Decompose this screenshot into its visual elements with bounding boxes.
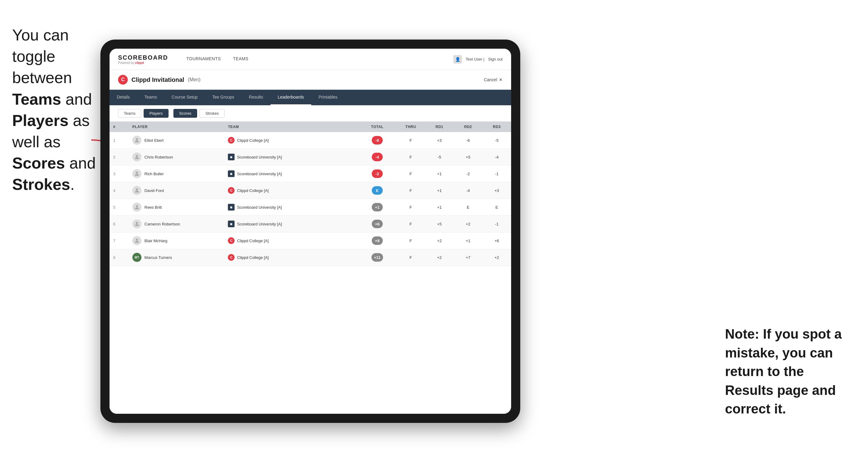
cell-total: -4 bbox=[358, 149, 396, 165]
cell-rd1: -5 bbox=[425, 149, 454, 165]
cell-rd1: +1 bbox=[425, 165, 454, 182]
svg-point-2 bbox=[136, 155, 138, 157]
cell-rd3: +3 bbox=[483, 182, 511, 199]
svg-point-7 bbox=[136, 239, 138, 241]
player-name: Cameron Robertson bbox=[145, 222, 180, 226]
cell-player: David Ford bbox=[129, 182, 224, 199]
team-name: Clippd College [A] bbox=[237, 255, 269, 260]
tab-details[interactable]: Details bbox=[110, 90, 137, 105]
cell-rd3: +2 bbox=[483, 249, 511, 266]
team-name: Clippd College [A] bbox=[237, 188, 269, 193]
player-name: Chris Robertson bbox=[145, 155, 173, 159]
col-player: PLAYER bbox=[129, 122, 224, 132]
cell-team: ▦Scoreboard University [A] bbox=[224, 199, 358, 216]
logo-area: SCOREBOARD Powered by clippd bbox=[118, 54, 168, 64]
cell-rd3: E bbox=[483, 199, 511, 216]
player-name: Rich Butler bbox=[145, 172, 164, 176]
cell-rd2: -2 bbox=[454, 165, 482, 182]
cell-player: Cameron Robertson bbox=[129, 216, 224, 232]
player-name: David Ford bbox=[145, 188, 164, 193]
sign-out-link[interactable]: Sign out bbox=[488, 57, 503, 61]
tab-tee-groups[interactable]: Tee Groups bbox=[205, 90, 242, 105]
table-row: 8MTMarcus TurnersCClippd College [A]+11F… bbox=[110, 249, 511, 266]
player-name: Marcus Turners bbox=[145, 255, 172, 260]
cell-team: ▦Scoreboard University [A] bbox=[224, 165, 358, 182]
tab-leaderboards[interactable]: Leaderboards bbox=[271, 90, 311, 105]
cell-rd2: +5 bbox=[454, 149, 482, 165]
nav-teams[interactable]: TEAMS bbox=[227, 49, 255, 70]
cell-total: -2 bbox=[358, 165, 396, 182]
cell-rd3: -5 bbox=[483, 132, 511, 149]
cell-rank: 4 bbox=[110, 182, 129, 199]
cell-rank: 5 bbox=[110, 199, 129, 216]
user-name: Test User | bbox=[465, 57, 484, 61]
cell-total: E bbox=[358, 182, 396, 199]
col-rd2: RD2 bbox=[454, 122, 482, 132]
tournament-header: C Clippd Invitational (Men) Cancel ✕ bbox=[110, 70, 511, 90]
cell-rank: 8 bbox=[110, 249, 129, 266]
team-name: Scoreboard University [A] bbox=[237, 222, 282, 226]
logo-text: SCOREBOARD bbox=[118, 54, 168, 61]
player-name: Elliot Ebert bbox=[145, 138, 164, 143]
cell-rd2: +1 bbox=[454, 232, 482, 249]
cell-rank: 3 bbox=[110, 165, 129, 182]
col-thru: THRU bbox=[396, 122, 425, 132]
cell-player: Rich Butler bbox=[129, 165, 224, 182]
cell-total: -8 bbox=[358, 132, 396, 149]
leaderboard-data-table: # PLAYER TEAM TOTAL THRU RD1 RD2 RD3 1El… bbox=[110, 122, 511, 266]
table-body: 1Elliot EbertCClippd College [A]-8F+3-6-… bbox=[110, 132, 511, 266]
cell-rd1: +2 bbox=[425, 249, 454, 266]
toggle-scores[interactable]: Scores bbox=[174, 109, 197, 118]
cell-team: ▦Scoreboard University [A] bbox=[224, 216, 358, 232]
team-name: Scoreboard University [A] bbox=[237, 172, 282, 176]
toggle-teams[interactable]: Teams bbox=[118, 109, 141, 118]
col-rank: # bbox=[110, 122, 129, 132]
cell-thru: F bbox=[396, 232, 425, 249]
col-total: TOTAL bbox=[358, 122, 396, 132]
cell-rd1: +5 bbox=[425, 216, 454, 232]
cell-total: +8 bbox=[358, 232, 396, 249]
cell-thru: F bbox=[396, 249, 425, 266]
tablet-screen: SCOREBOARD Powered by clippd TOURNAMENTS… bbox=[110, 49, 511, 414]
sub-navigation: Details Teams Course Setup Tee Groups Re… bbox=[110, 90, 511, 105]
user-area: 👤 Test User | Sign out bbox=[453, 55, 503, 64]
cell-team: CClippd College [A] bbox=[224, 132, 358, 149]
cell-rd2: +7 bbox=[454, 249, 482, 266]
cancel-button[interactable]: Cancel ✕ bbox=[484, 77, 503, 82]
svg-point-5 bbox=[136, 205, 138, 207]
toggle-strokes[interactable]: Strokes bbox=[199, 109, 224, 118]
table-row: 3Rich Butler▦Scoreboard University [A]-2… bbox=[110, 165, 511, 182]
cell-rd1: +1 bbox=[425, 199, 454, 216]
main-nav: TOURNAMENTS TEAMS bbox=[180, 49, 453, 70]
cell-total: +1 bbox=[358, 199, 396, 216]
cell-rank: 7 bbox=[110, 232, 129, 249]
table-row: 2Chris Robertson▦Scoreboard University [… bbox=[110, 149, 511, 165]
tab-teams[interactable]: Teams bbox=[137, 90, 164, 105]
cell-rd1: +3 bbox=[425, 132, 454, 149]
cell-rd2: +2 bbox=[454, 216, 482, 232]
cell-player: Blair McHarg bbox=[129, 232, 224, 249]
cell-rd2: E bbox=[454, 199, 482, 216]
cell-team: CClippd College [A] bbox=[224, 249, 358, 266]
toggle-players[interactable]: Players bbox=[144, 109, 168, 118]
cell-rd3: -1 bbox=[483, 165, 511, 182]
cell-rd3: +6 bbox=[483, 232, 511, 249]
tab-results[interactable]: Results bbox=[242, 90, 271, 105]
cell-player: MTMarcus Turners bbox=[129, 249, 224, 266]
nav-tournaments[interactable]: TOURNAMENTS bbox=[180, 49, 227, 70]
cell-rd3: -4 bbox=[483, 149, 511, 165]
table-row: 4David FordCClippd College [A]EF+1-4+3 bbox=[110, 182, 511, 199]
player-name: Blair McHarg bbox=[145, 239, 167, 243]
cell-rank: 6 bbox=[110, 216, 129, 232]
cancel-x-icon: ✕ bbox=[499, 77, 503, 82]
team-name: Scoreboard University [A] bbox=[237, 155, 282, 159]
table-header: # PLAYER TEAM TOTAL THRU RD1 RD2 RD3 bbox=[110, 122, 511, 132]
user-icon: 👤 bbox=[453, 55, 462, 64]
cell-rank: 2 bbox=[110, 149, 129, 165]
cell-thru: F bbox=[396, 182, 425, 199]
cell-team: CClippd College [A] bbox=[224, 232, 358, 249]
tab-course-setup[interactable]: Course Setup bbox=[164, 90, 205, 105]
tournament-name: Clippd Invitational bbox=[131, 76, 184, 83]
team-name: Clippd College [A] bbox=[237, 138, 269, 143]
tab-printables[interactable]: Printables bbox=[311, 90, 345, 105]
